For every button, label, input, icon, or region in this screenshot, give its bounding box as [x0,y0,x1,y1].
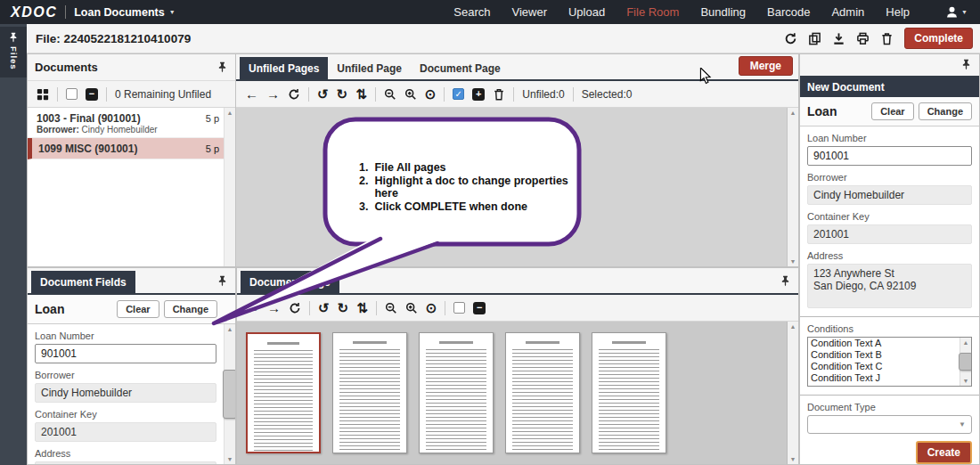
loan-number-input[interactable] [35,344,216,363]
page-thumbnail[interactable] [419,332,494,453]
nav-divider [65,5,66,19]
collapse-icon[interactable]: − [86,88,98,101]
scroll-down-icon[interactable]: ▼ [963,378,969,384]
app-title-dropdown[interactable]: Loan Documents ▼ [74,6,175,19]
container-key-field: 201001 [35,422,216,442]
rotate-right-icon[interactable]: ↻ [337,87,348,101]
complete-button[interactable]: Complete [904,28,973,49]
reorder-icon[interactable]: ⇅ [356,301,368,314]
back-icon[interactable]: ← [245,87,258,101]
scroll-up-icon[interactable]: ▲ [963,339,969,346]
select-all-checkbox[interactable] [66,88,78,100]
select-pages-checkbox[interactable] [453,302,465,314]
zoom-out-icon[interactable] [384,88,396,101]
rotate-left-icon[interactable]: ↺ [318,301,330,314]
file-title: File: 2240522181210410079 [36,32,191,45]
pin-icon[interactable] [960,59,972,70]
download-icon[interactable] [832,32,845,45]
clear-button[interactable]: Clear [871,102,914,120]
canvas-scrollbar[interactable]: ▲ ▼ [787,108,798,266]
page-thumbnail[interactable] [505,332,580,453]
actual-size-icon[interactable]: ⊙ [426,301,437,314]
zoom-in-icon[interactable] [404,88,417,101]
conditions-listbox[interactable]: Condition Text A Condition Text B Condit… [807,337,972,387]
trash-icon[interactable] [880,32,894,45]
nav-item-barcode[interactable]: Barcode [767,5,810,19]
document-pages-tabbar: Document Page [237,268,798,295]
documents-toolbar: − 0 Remaining Unfiled [28,81,235,108]
select-pages-checkbox[interactable]: ✓ [453,88,464,100]
fields-scrollbar[interactable]: ▲ ▼ [224,324,235,464]
forward-icon[interactable]: → [266,87,280,101]
copy-icon[interactable] [808,32,821,45]
back-icon[interactable]: ← [246,301,259,314]
nav-item-help[interactable]: Help [886,5,910,19]
add-page-icon[interactable]: + [472,88,485,101]
scroll-up-icon[interactable]: ▲ [227,110,233,116]
page-thumbnails: ▲ ▼ [237,322,798,464]
change-button[interactable]: Change [164,300,217,318]
conditions-scrollbar[interactable]: ▲ ▼ [960,338,971,386]
condition-item[interactable]: Condition Text B [808,349,971,361]
change-button[interactable]: Change [919,102,972,120]
tab-unfiled-pages[interactable]: Unfiled Pages [240,57,328,79]
grid-view-icon[interactable] [37,88,49,101]
nav-item-admin[interactable]: Admin [831,5,864,19]
thumbnails-scrollbar[interactable]: ▲ ▼ [787,322,798,464]
document-fields-panel: Document Fields Loan Clear Change Loan N… [27,267,236,465]
scroll-up-icon[interactable]: ▲ [227,326,233,332]
files-panel-tab[interactable]: Files [0,27,27,78]
nav-item-viewer[interactable]: Viewer [511,5,547,19]
page-thumbnail[interactable] [332,332,407,453]
nav-item-file-room[interactable]: File Room [626,5,679,19]
address-label: Address [35,448,216,459]
document-fields-tabbar: Document Fields [28,268,235,295]
zoom-out-icon[interactable] [385,302,397,314]
document-row[interactable]: 1003 - Final (901001) Borrower: Cindy Ho… [28,108,235,138]
forward-icon[interactable]: → [267,301,281,314]
pin-icon[interactable] [216,275,228,287]
refresh-icon[interactable] [289,302,301,314]
nav-item-bundling[interactable]: Bundling [700,5,746,19]
rotate-right-icon[interactable]: ↻ [338,301,349,314]
tab-document-pages[interactable]: Document Page [241,271,339,293]
tab-unfiled-page[interactable]: Unfiled Page [328,57,411,79]
scroll-up-icon[interactable]: ▲ [790,323,796,330]
clear-button[interactable]: Clear [117,300,159,318]
scroll-thumb[interactable] [223,370,235,419]
tab-document-page[interactable]: Document Page [411,57,510,79]
document-row-selected[interactable]: 1099 MISC (901001) 5 p [28,138,235,159]
refresh-icon[interactable] [784,32,797,45]
user-menu[interactable]: ▼ [945,5,968,19]
page-thumbnail[interactable] [592,332,666,453]
print-icon[interactable] [856,32,870,45]
scroll-down-icon[interactable]: ▼ [227,456,233,462]
nav-item-upload[interactable]: Upload [568,5,605,19]
condition-item[interactable]: Condition Text J [808,372,971,384]
refresh-icon[interactable] [288,88,300,101]
new-document-header: New Document [800,78,979,97]
condition-item[interactable]: Condition Text A [808,338,971,349]
actual-size-icon[interactable]: ⊙ [425,87,437,101]
nav-item-search[interactable]: Search [453,5,490,19]
pin-icon[interactable] [780,275,791,287]
condition-item[interactable]: Condition Text C [808,361,971,372]
scroll-up-icon[interactable]: ▲ [790,110,796,116]
page-thumbnail-selected[interactable] [246,332,321,453]
tab-document-fields[interactable]: Document Fields [31,271,135,293]
loan-number-input[interactable] [807,146,972,166]
collapse-icon[interactable]: − [473,302,486,314]
reorder-icon[interactable]: ⇅ [355,87,367,101]
loan-form-header: Loan Clear Change [28,295,235,324]
merge-button[interactable]: Merge [739,56,793,76]
create-button[interactable]: Create [916,441,972,464]
documents-scrollbar[interactable]: ▲ [224,108,235,266]
scroll-down-icon[interactable]: ▼ [790,456,796,462]
scroll-thumb[interactable] [959,353,972,371]
trash-icon[interactable] [493,88,505,101]
zoom-in-icon[interactable] [405,302,418,314]
rotate-left-icon[interactable]: ↺ [317,87,329,101]
pin-icon[interactable] [216,61,228,73]
document-type-select[interactable]: ▼ [807,415,972,434]
scroll-down-icon[interactable]: ▼ [790,258,796,265]
